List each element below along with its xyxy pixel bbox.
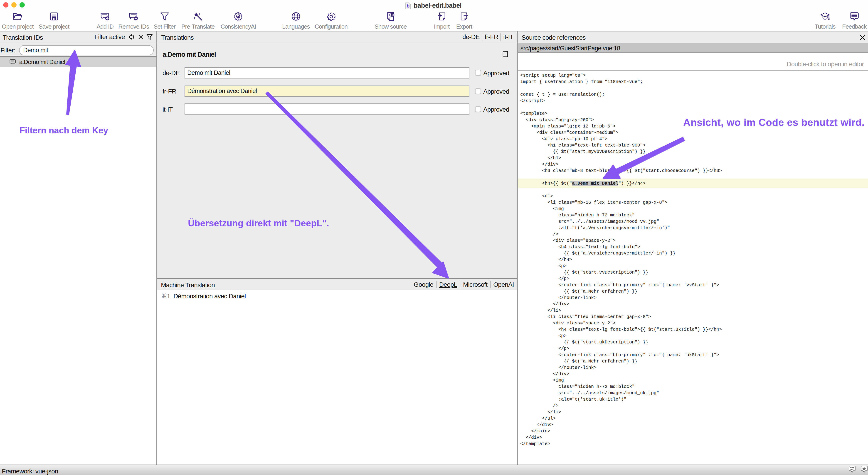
svg-text:b: b: [406, 3, 409, 9]
